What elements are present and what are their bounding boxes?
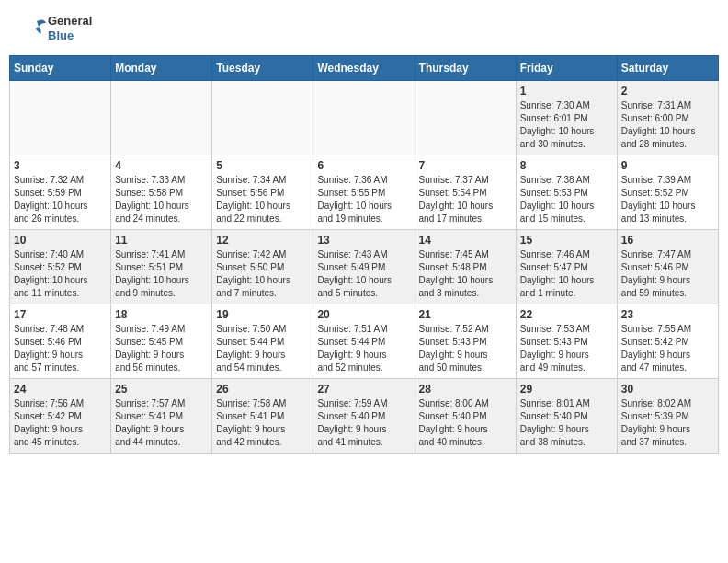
calendar-cell: 28Sunrise: 8:00 AM Sunset: 5:40 PM Dayli… [415, 379, 516, 454]
day-number: 15 [520, 234, 613, 247]
calendar-cell: 27Sunrise: 7:59 AM Sunset: 5:40 PM Dayli… [313, 379, 415, 454]
day-number: 12 [216, 234, 309, 247]
day-number: 14 [419, 234, 512, 247]
calendar-cell: 4Sunrise: 7:33 AM Sunset: 5:58 PM Daylig… [111, 155, 212, 230]
day-number: 30 [621, 383, 714, 396]
day-number: 13 [317, 234, 410, 247]
day-number: 7 [419, 159, 512, 172]
calendar-cell [10, 81, 111, 155]
weekday-header-monday: Monday [111, 56, 212, 81]
day-info: Sunrise: 7:56 AM Sunset: 5:42 PM Dayligh… [14, 397, 107, 449]
day-info: Sunrise: 7:57 AM Sunset: 5:41 PM Dayligh… [115, 397, 208, 449]
calendar-cell: 19Sunrise: 7:50 AM Sunset: 5:44 PM Dayli… [212, 304, 313, 379]
calendar-cell [212, 81, 313, 155]
day-number: 9 [621, 159, 714, 172]
day-info: Sunrise: 7:50 AM Sunset: 5:44 PM Dayligh… [216, 323, 309, 374]
day-number: 21 [419, 308, 512, 321]
day-number: 27 [317, 383, 410, 396]
calendar-cell [313, 81, 415, 155]
day-number: 22 [520, 308, 613, 321]
calendar-cell: 10Sunrise: 7:40 AM Sunset: 5:52 PM Dayli… [10, 230, 111, 304]
calendar-cell: 17Sunrise: 7:48 AM Sunset: 5:46 PM Dayli… [10, 304, 111, 379]
weekday-header-thursday: Thursday [415, 56, 516, 81]
weekday-header-sunday: Sunday [10, 56, 111, 81]
calendar-cell: 26Sunrise: 7:58 AM Sunset: 5:41 PM Dayli… [212, 379, 313, 454]
day-info: Sunrise: 7:39 AM Sunset: 5:52 PM Dayligh… [621, 174, 714, 225]
day-number: 28 [419, 383, 512, 396]
day-info: Sunrise: 7:47 AM Sunset: 5:46 PM Dayligh… [621, 248, 714, 300]
day-number: 20 [317, 308, 410, 321]
calendar-cell: 11Sunrise: 7:41 AM Sunset: 5:51 PM Dayli… [111, 230, 212, 304]
calendar-cell: 14Sunrise: 7:45 AM Sunset: 5:48 PM Dayli… [415, 230, 516, 304]
day-info: Sunrise: 7:55 AM Sunset: 5:42 PM Dayligh… [621, 323, 714, 374]
day-info: Sunrise: 7:42 AM Sunset: 5:50 PM Dayligh… [216, 248, 309, 300]
day-info: Sunrise: 7:53 AM Sunset: 5:43 PM Dayligh… [520, 323, 613, 374]
calendar-table: SundayMondayTuesdayWednesdayThursdayFrid… [9, 55, 719, 454]
week-row-3: 17Sunrise: 7:48 AM Sunset: 5:46 PM Dayli… [10, 304, 719, 379]
day-info: Sunrise: 8:01 AM Sunset: 5:40 PM Dayligh… [520, 397, 613, 449]
day-number: 3 [14, 159, 107, 172]
calendar-cell: 9Sunrise: 7:39 AM Sunset: 5:52 PM Daylig… [617, 155, 718, 230]
day-info: Sunrise: 7:34 AM Sunset: 5:56 PM Dayligh… [216, 174, 309, 225]
logo-text: General Blue [18, 14, 92, 43]
day-number: 10 [14, 234, 107, 247]
header: General Blue [9, 9, 719, 48]
calendar-cell: 23Sunrise: 7:55 AM Sunset: 5:42 PM Dayli… [617, 304, 718, 379]
calendar-cell: 3Sunrise: 7:32 AM Sunset: 5:59 PM Daylig… [10, 155, 111, 230]
calendar-cell: 2Sunrise: 7:31 AM Sunset: 6:00 PM Daylig… [617, 81, 718, 155]
day-number: 5 [216, 159, 309, 172]
calendar-cell: 18Sunrise: 7:49 AM Sunset: 5:45 PM Dayli… [111, 304, 212, 379]
logo-bird-icon [18, 14, 48, 43]
weekday-header-friday: Friday [516, 56, 617, 81]
calendar-cell: 7Sunrise: 7:37 AM Sunset: 5:54 PM Daylig… [415, 155, 516, 230]
calendar-cell: 12Sunrise: 7:42 AM Sunset: 5:50 PM Dayli… [212, 230, 313, 304]
day-number: 18 [115, 308, 208, 321]
week-row-1: 3Sunrise: 7:32 AM Sunset: 5:59 PM Daylig… [10, 155, 719, 230]
calendar-cell: 21Sunrise: 7:52 AM Sunset: 5:43 PM Dayli… [415, 304, 516, 379]
day-number: 16 [621, 234, 714, 247]
day-number: 6 [317, 159, 410, 172]
day-number: 2 [621, 85, 714, 98]
day-info: Sunrise: 7:45 AM Sunset: 5:48 PM Dayligh… [419, 248, 512, 300]
weekday-header-wednesday: Wednesday [313, 56, 415, 81]
calendar-cell: 6Sunrise: 7:36 AM Sunset: 5:55 PM Daylig… [313, 155, 415, 230]
day-info: Sunrise: 8:00 AM Sunset: 5:40 PM Dayligh… [419, 397, 512, 449]
calendar-cell: 20Sunrise: 7:51 AM Sunset: 5:44 PM Dayli… [313, 304, 415, 379]
day-info: Sunrise: 7:59 AM Sunset: 5:40 PM Dayligh… [317, 397, 410, 449]
day-info: Sunrise: 7:37 AM Sunset: 5:54 PM Dayligh… [419, 174, 512, 225]
day-info: Sunrise: 7:30 AM Sunset: 6:01 PM Dayligh… [520, 99, 613, 151]
day-info: Sunrise: 7:33 AM Sunset: 5:58 PM Dayligh… [115, 174, 208, 225]
day-number: 29 [520, 383, 613, 396]
day-number: 1 [520, 85, 613, 98]
logo: General Blue [18, 14, 92, 43]
day-info: Sunrise: 7:48 AM Sunset: 5:46 PM Dayligh… [14, 323, 107, 374]
day-info: Sunrise: 8:02 AM Sunset: 5:39 PM Dayligh… [621, 397, 714, 449]
weekday-header-saturday: Saturday [617, 56, 718, 81]
calendar-cell: 16Sunrise: 7:47 AM Sunset: 5:46 PM Dayli… [617, 230, 718, 304]
calendar-cell: 8Sunrise: 7:38 AM Sunset: 5:53 PM Daylig… [516, 155, 617, 230]
day-number: 8 [520, 159, 613, 172]
calendar-cell [111, 81, 212, 155]
day-info: Sunrise: 7:49 AM Sunset: 5:45 PM Dayligh… [115, 323, 208, 374]
day-info: Sunrise: 7:38 AM Sunset: 5:53 PM Dayligh… [520, 174, 613, 225]
calendar-cell: 5Sunrise: 7:34 AM Sunset: 5:56 PM Daylig… [212, 155, 313, 230]
day-number: 23 [621, 308, 714, 321]
calendar-cell [415, 81, 516, 155]
day-number: 19 [216, 308, 309, 321]
day-number: 17 [14, 308, 107, 321]
week-row-2: 10Sunrise: 7:40 AM Sunset: 5:52 PM Dayli… [10, 230, 719, 304]
calendar-cell: 29Sunrise: 8:01 AM Sunset: 5:40 PM Dayli… [516, 379, 617, 454]
calendar-cell: 30Sunrise: 8:02 AM Sunset: 5:39 PM Dayli… [617, 379, 718, 454]
day-number: 24 [14, 383, 107, 396]
calendar-cell: 22Sunrise: 7:53 AM Sunset: 5:43 PM Dayli… [516, 304, 617, 379]
weekday-header-tuesday: Tuesday [212, 56, 313, 81]
day-info: Sunrise: 7:58 AM Sunset: 5:41 PM Dayligh… [216, 397, 309, 449]
day-info: Sunrise: 7:46 AM Sunset: 5:47 PM Dayligh… [520, 248, 613, 300]
weekday-header-row: SundayMondayTuesdayWednesdayThursdayFrid… [10, 56, 719, 81]
week-row-4: 24Sunrise: 7:56 AM Sunset: 5:42 PM Dayli… [10, 379, 719, 454]
day-number: 25 [115, 383, 208, 396]
week-row-0: 1Sunrise: 7:30 AM Sunset: 6:01 PM Daylig… [10, 81, 719, 155]
calendar-cell: 15Sunrise: 7:46 AM Sunset: 5:47 PM Dayli… [516, 230, 617, 304]
day-info: Sunrise: 7:32 AM Sunset: 5:59 PM Dayligh… [14, 174, 107, 225]
page-wrapper: General Blue SundayMondayTuesdayWednesda… [9, 9, 719, 454]
